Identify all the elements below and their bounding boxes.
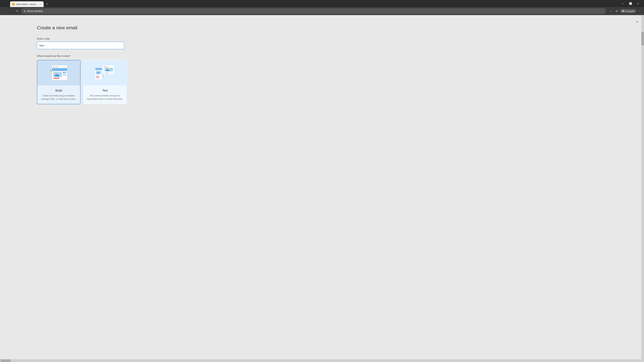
svg-point-28 — [109, 68, 111, 69]
tab-close-icon[interactable]: × — [38, 3, 42, 6]
maximize-button[interactable]: ⬜ — [626, 0, 634, 7]
horizontal-scrollbar-thumb[interactable] — [1, 359, 11, 362]
svg-point-7 — [55, 66, 56, 67]
active-tab[interactable]: L John Smith > Litmus × — [10, 1, 44, 7]
address-bar[interactable]: litmus.com/test — [21, 8, 606, 14]
title-input[interactable] — [37, 42, 124, 49]
tab-title: John Smith > Litmus — [16, 3, 37, 5]
url-text: litmus.com/test — [27, 10, 604, 12]
test-illustration: ↻ — [93, 64, 117, 82]
split-icon: ⧉ — [616, 9, 618, 12]
browser-titlebar: L John Smith > Litmus × + ─ ⬜ × — [0, 0, 644, 7]
build-card-title: Build — [40, 89, 78, 92]
build-card-description: Create an email using a template, existi… — [40, 94, 78, 100]
svg-rect-39 — [96, 76, 99, 76]
toolbar-icons: ☆ ⧉ Incognito ⋮ — [608, 9, 642, 13]
reload-icon: ↻ — [16, 9, 18, 13]
svg-rect-2 — [24, 11, 25, 12]
svg-rect-17 — [53, 78, 59, 79]
forward-icon: → — [10, 9, 12, 12]
svg-rect-33 — [95, 68, 102, 70]
browser-toolbar: ← → ↻ litmus.com/test ☆ ⧉ — [0, 7, 644, 15]
svg-point-4 — [623, 11, 624, 12]
svg-text:↻: ↻ — [111, 72, 113, 74]
vertical-scrollbar-thumb[interactable] — [641, 32, 644, 45]
svg-rect-30 — [105, 73, 108, 73]
tab-favicon: L — [12, 3, 15, 5]
close-icon: × — [636, 19, 638, 24]
page-content: × Create a new email Enter a title Where… — [0, 15, 644, 362]
svg-rect-41 — [102, 75, 104, 75]
test-card-preview: ↻ — [84, 60, 126, 85]
back-icon: ← — [3, 9, 6, 12]
incognito-indicator: Incognito — [620, 9, 636, 13]
svg-rect-40 — [96, 77, 100, 78]
svg-rect-20 — [50, 72, 52, 73]
test-card-description: Run email previews and get an automated … — [86, 94, 124, 100]
window-controls: ─ ⬜ × — [617, 0, 644, 7]
svg-point-24 — [107, 66, 108, 67]
build-card-preview — [37, 60, 80, 85]
modal-close-button[interactable]: × — [634, 19, 640, 24]
menu-button[interactable]: ⋮ — [637, 9, 642, 13]
modal-container: Create a new email Enter a title Where w… — [0, 15, 644, 362]
build-card-content: Build Create an email using a template, … — [37, 85, 80, 104]
modal-heading: Create a new email — [37, 25, 151, 30]
split-view-button[interactable]: ⧉ — [614, 9, 619, 13]
svg-rect-29 — [105, 72, 110, 72]
svg-rect-42 — [102, 76, 104, 77]
incognito-label: Incognito — [626, 10, 634, 12]
forward-button[interactable]: → — [8, 8, 14, 13]
test-card-content: Test Run email previews and get an autom… — [84, 85, 126, 104]
modal-body: Create a new email Enter a title Where w… — [0, 25, 151, 104]
svg-point-8 — [56, 66, 58, 67]
svg-rect-34 — [96, 71, 101, 74]
svg-point-13 — [58, 72, 60, 74]
minimize-button[interactable]: ─ — [619, 0, 626, 7]
svg-point-23 — [106, 66, 106, 67]
close-window-button[interactable]: × — [634, 0, 642, 7]
build-option-card[interactable]: Build Create an email using a template, … — [37, 60, 80, 104]
vertical-scrollbar-track[interactable] — [641, 15, 644, 362]
svg-rect-19 — [50, 71, 52, 72]
test-option-card[interactable]: ↻ — [83, 60, 127, 104]
svg-rect-18 — [50, 70, 52, 70]
svg-point-37 — [99, 71, 100, 72]
menu-icon: ⋮ — [638, 9, 641, 12]
browser-tabs: L John Smith > Litmus × + — [0, 0, 617, 7]
svg-point-22 — [104, 66, 105, 67]
browser-window: L John Smith > Litmus × + ─ ⬜ × ← → ↻ — [0, 0, 644, 362]
svg-rect-16 — [62, 75, 66, 76]
horizontal-scrollbar[interactable] — [0, 359, 641, 362]
test-card-title: Test — [86, 89, 124, 92]
svg-rect-15 — [62, 74, 66, 74]
svg-rect-9 — [52, 68, 67, 71]
incognito-icon — [622, 10, 625, 12]
svg-point-6 — [53, 66, 54, 67]
svg-rect-38 — [96, 75, 100, 75]
cards-container: Build Create an email using a template, … — [37, 60, 151, 104]
lock-icon — [24, 10, 26, 12]
svg-rect-14 — [62, 72, 66, 73]
title-label: Enter a title — [37, 37, 151, 40]
svg-point-3 — [622, 11, 623, 12]
back-button[interactable]: ← — [2, 8, 7, 13]
reload-button[interactable]: ↻ — [15, 8, 20, 13]
new-tab-button[interactable]: + — [44, 1, 50, 7]
svg-text:L: L — [13, 3, 14, 5]
bookmark-button[interactable]: ☆ — [608, 9, 613, 13]
build-illustration — [47, 64, 70, 82]
section-label: Where would you like to start? — [37, 54, 151, 57]
bookmark-icon: ☆ — [610, 9, 612, 12]
